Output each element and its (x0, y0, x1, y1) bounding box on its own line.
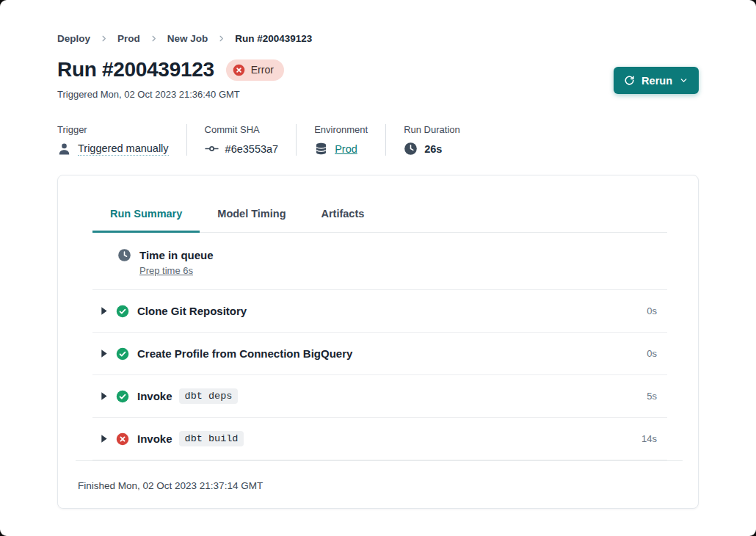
task-duration: 5s (647, 391, 667, 402)
meta-trigger-value[interactable]: Triggered manually (78, 142, 169, 156)
meta-duration: Run Duration 26s (404, 124, 478, 156)
meta-commit-value: #6e3553a7 (225, 143, 279, 155)
finished-timestamp: Finished Mon, 02 Oct 2023 21:37:14 GMT (78, 480, 263, 491)
queue-clock-icon (117, 248, 131, 262)
clock-icon (404, 142, 418, 156)
breadcrumb-new-job[interactable]: New Job (167, 33, 208, 44)
chevron-right-icon (217, 35, 225, 43)
task-row-dbt-deps[interactable]: Invoke dbt deps 5s (92, 375, 667, 418)
rerun-refresh-icon (624, 75, 635, 86)
page-title: Run #200439123 (57, 58, 214, 82)
chevron-down-icon[interactable] (679, 76, 688, 85)
expand-caret-icon[interactable] (92, 434, 116, 443)
command-chip: dbt deps (179, 388, 239, 404)
user-icon (57, 142, 71, 156)
chevron-right-icon (100, 35, 108, 43)
error-circle-icon (116, 432, 129, 446)
tab-artifacts[interactable]: Artifacts (304, 208, 382, 233)
task-duration: 0s (647, 348, 667, 359)
breadcrumb: Deploy Prod New Job Run #200439123 (57, 33, 756, 44)
breadcrumb-run-id: Run #200439123 (235, 33, 312, 44)
status-badge-label: Error (251, 64, 274, 76)
meta-duration-label: Run Duration (404, 124, 460, 135)
task-row-clone-git[interactable]: Clone Git Repository 0s (92, 290, 667, 333)
meta-trigger-label: Trigger (57, 124, 169, 135)
tab-model-timing[interactable]: Model Timing (200, 208, 303, 233)
meta-duration-value: 26s (424, 143, 442, 155)
database-icon (314, 142, 328, 156)
meta-commit-label: Commit SHA (205, 124, 279, 135)
status-badge: Error (226, 59, 284, 81)
success-check-icon (116, 305, 129, 318)
breadcrumb-prod[interactable]: Prod (117, 33, 140, 44)
card-footer: Finished Mon, 02 Oct 2023 21:37:14 GMT (76, 460, 683, 492)
error-circle-icon (233, 64, 245, 76)
queue-row: Time in queue Prep time 6s (92, 233, 667, 290)
expand-caret-icon[interactable] (92, 349, 116, 358)
task-duration: 0s (647, 305, 667, 316)
task-label: Invoke (137, 432, 172, 445)
expand-caret-icon[interactable] (92, 306, 116, 316)
run-meta-row: Trigger Triggered manually Commit SHA #6… (57, 124, 756, 156)
task-label: Clone Git Repository (137, 305, 247, 317)
task-label: Create Profile from Connection BigQuery (137, 347, 352, 360)
meta-environment-value[interactable]: Prod (335, 143, 357, 155)
task-duration: 14s (641, 433, 667, 444)
rerun-button[interactable]: Rerun (614, 67, 699, 94)
rerun-button-label: Rerun (641, 75, 672, 87)
success-check-icon (116, 390, 129, 403)
run-detail-page: Deploy Prod New Job Run #200439123 Run #… (0, 0, 756, 536)
command-chip: dbt build (179, 431, 244, 446)
task-row-dbt-build[interactable]: Invoke dbt build 14s (92, 418, 667, 460)
task-label: Invoke (137, 390, 172, 402)
tab-run-summary[interactable]: Run Summary (92, 208, 200, 233)
prep-time-link[interactable]: Prep time 6s (139, 265, 193, 276)
git-commit-icon (205, 142, 219, 156)
meta-commit: Commit SHA #6e3553a7 (205, 124, 297, 156)
tab-bar: Run Summary Model Timing Artifacts (92, 208, 667, 233)
breadcrumb-deploy[interactable]: Deploy (57, 33, 90, 44)
success-check-icon (116, 347, 129, 361)
chevron-right-icon (150, 35, 158, 43)
meta-environment: Environment Prod (314, 124, 386, 156)
queue-title: Time in queue (139, 248, 214, 262)
meta-environment-label: Environment (314, 124, 368, 135)
expand-caret-icon[interactable] (92, 391, 116, 401)
run-summary-card: Run Summary Model Timing Artifacts Time … (57, 175, 699, 509)
task-row-create-profile[interactable]: Create Profile from Connection BigQuery … (92, 333, 667, 375)
meta-trigger: Trigger Triggered manually (57, 124, 187, 156)
